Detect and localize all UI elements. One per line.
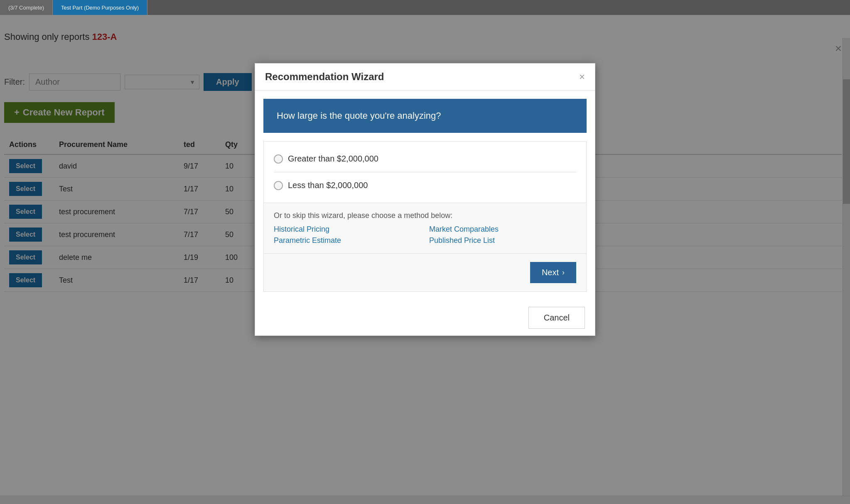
wizard-modal: Recommendation Wizard × How large is the… — [255, 63, 595, 336]
radio-greater[interactable] — [274, 154, 283, 164]
next-label: Next — [542, 268, 559, 277]
wizard-question-bar: How large is the quote you're analyzing? — [263, 99, 587, 133]
wizard-cancel-row: Cancel — [255, 300, 595, 335]
wizard-title: Recommendation Wizard — [265, 71, 384, 83]
tab-bar: (3/7 Complete) Test Part (Demo Purposes … — [0, 0, 850, 15]
link-historical-pricing[interactable]: Historical Pricing — [274, 225, 421, 234]
tab-demo-label: Test Part (Demo Purposes Only) — [61, 5, 139, 11]
wizard-options: Greater than $2,000,000 Less than $2,000… — [263, 141, 587, 203]
wizard-footer: Next › — [263, 254, 587, 292]
wizard-header: Recommendation Wizard × — [255, 64, 595, 91]
link-market-comparables[interactable]: Market Comparables — [429, 225, 576, 234]
next-arrow-icon: › — [562, 268, 565, 277]
radio-less[interactable] — [274, 181, 283, 190]
radio-option-less[interactable]: Less than $2,000,000 — [274, 176, 576, 194]
skip-links: Historical Pricing Market Comparables Pa… — [274, 225, 576, 245]
radio-greater-label: Greater than $2,000,000 — [288, 154, 378, 164]
radio-less-label: Less than $2,000,000 — [288, 181, 368, 190]
link-parametric-estimate[interactable]: Parametric Estimate — [274, 236, 421, 245]
link-published-price-list[interactable]: Published Price List — [429, 236, 576, 245]
wizard-question-text: How large is the quote you're analyzing? — [277, 110, 441, 121]
wizard-close-button[interactable]: × — [579, 71, 585, 83]
radio-divider — [274, 172, 576, 172]
tab-complete[interactable]: (3/7 Complete) — [0, 0, 53, 15]
tab-complete-label: (3/7 Complete) — [8, 5, 44, 11]
radio-option-greater[interactable]: Greater than $2,000,000 — [274, 150, 576, 168]
page-content: Showing only reports 123-A Filter: ▼ App… — [0, 15, 850, 504]
skip-text: Or to skip this wizard, please choose a … — [274, 211, 576, 220]
tab-demo[interactable]: Test Part (Demo Purposes Only) — [53, 0, 147, 15]
next-button[interactable]: Next › — [530, 262, 576, 283]
wizard-skip: Or to skip this wizard, please choose a … — [263, 203, 587, 254]
cancel-button[interactable]: Cancel — [528, 307, 585, 329]
